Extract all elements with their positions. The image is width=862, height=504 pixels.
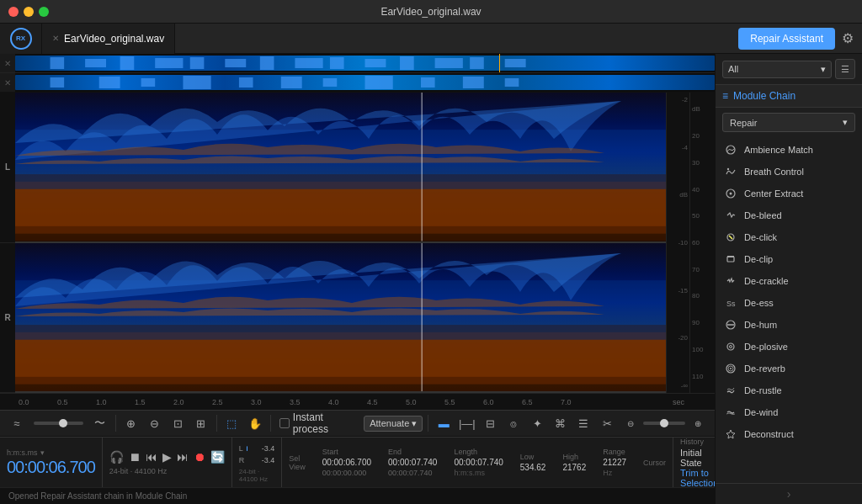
svg-rect-10 <box>365 59 386 67</box>
spectrogram-channel-l[interactable] <box>15 93 666 243</box>
settings-icon[interactable]: ⚙ <box>842 30 854 46</box>
sel-view-labels: Sel View <box>289 454 305 471</box>
module-label: De-clip <box>744 254 773 264</box>
waves-icon[interactable]: 〜 <box>90 413 110 433</box>
file-tab[interactable]: ✕ EarVideo_original.wav <box>42 24 175 54</box>
svg-rect-11 <box>400 56 414 70</box>
svg-rect-13 <box>470 57 484 69</box>
module-label: De-plosive <box>744 342 788 352</box>
view-start-val: 00:00:00.000 <box>322 469 371 477</box>
spectrogram-main[interactable] <box>15 93 666 393</box>
spectrogram-container[interactable]: L R <box>0 93 715 393</box>
svg-rect-21 <box>281 77 302 88</box>
svg-rect-2 <box>85 59 106 67</box>
panel-menu-btn[interactable]: ☰ <box>835 59 855 79</box>
module-item-center-extract[interactable]: Center Extract <box>716 183 862 204</box>
svg-rect-12 <box>435 58 463 68</box>
loop-btn[interactable]: 🔄 <box>210 450 225 464</box>
sel-col-sel-view: Sel View <box>289 454 305 471</box>
record-btn[interactable]: ⏺ <box>194 450 205 464</box>
cut-btn[interactable]: ✂ <box>597 413 617 433</box>
minimize-button[interactable] <box>24 7 34 17</box>
time-mark-15: 1.5 <box>135 398 146 406</box>
maximize-button[interactable] <box>39 7 49 17</box>
module-item-de-clip[interactable]: De-clip <box>716 248 862 270</box>
module-icon-de-click <box>724 231 737 244</box>
right-panel-footer[interactable]: › <box>716 483 862 504</box>
magic-wand-btn[interactable]: ✦ <box>527 413 547 433</box>
time-format-arrow[interactable]: ▾ <box>40 448 45 457</box>
rewind-btn[interactable]: ⏮ <box>146 450 157 464</box>
zoom-v-slider[interactable] <box>643 422 685 425</box>
history-initial[interactable]: Initial State <box>680 448 715 468</box>
overview-waveform-bottom[interactable] <box>15 73 715 92</box>
attenuate-dropdown[interactable]: Attenuate ▾ <box>364 416 423 432</box>
module-item-de-ess[interactable]: Ss De-ess <box>716 292 862 314</box>
svg-rect-24 <box>421 77 435 88</box>
module-chain-header[interactable]: ≡ Module Chain <box>716 85 862 108</box>
spectrogram-channel-r[interactable] <box>15 243 666 394</box>
lasso-btn[interactable]: ⌾ <box>503 413 524 433</box>
overview-collapse-bottom[interactable]: ✕ <box>0 73 15 92</box>
freq-select-btn[interactable]: ⊟ <box>481 413 501 433</box>
forward-btn[interactable]: ⏭ <box>177 450 189 464</box>
stop-btn[interactable]: ⏹ <box>129 450 141 464</box>
zoom-out-v-btn[interactable]: ⊖ <box>620 413 641 433</box>
zoom-h-thumb[interactable] <box>59 419 67 427</box>
overview-strip: ✕ <box>0 54 715 93</box>
hz-scale-right: dB 20 30 40 50 60 70 80 90 100 110 <box>689 93 715 393</box>
rect-select-btn[interactable]: ▬ <box>434 413 454 433</box>
repair-assistant-button[interactable]: Repair Assistant <box>738 28 835 50</box>
instant-process-checkbox[interactable] <box>279 418 290 428</box>
headphones-btn[interactable]: 🎧 <box>109 450 124 464</box>
history-title: History <box>680 438 715 446</box>
hand-tool-btn[interactable]: ✋ <box>245 413 265 433</box>
toolbar: ≈ 〜 ⊕ ⊖ ⊡ ⊞ ⬚ ✋ <box>0 410 715 437</box>
module-item-de-wind[interactable]: De-wind <box>716 401 862 423</box>
tab-close-icon[interactable]: ✕ <box>52 34 59 43</box>
module-item-de-hum[interactable]: De-hum <box>716 314 862 336</box>
zoom-v-thumb[interactable] <box>660 419 668 427</box>
module-item-de-rustle[interactable]: De-rustle <box>716 379 862 401</box>
time-mark-05: 0.5 <box>57 398 68 406</box>
svg-rect-25 <box>463 77 484 88</box>
repair-dropdown[interactable]: Repair ▾ <box>722 113 855 132</box>
module-item-ambience-match[interactable]: Ambience Match <box>716 139 862 161</box>
pencil-btn[interactable]: ⌘ <box>551 413 571 433</box>
module-item-de-plosive[interactable]: De-plosive <box>716 336 862 358</box>
all-dropdown[interactable]: All ▾ <box>722 61 832 78</box>
level-val-l: -3.4 <box>251 444 274 453</box>
module-item-deconstruct[interactable]: Deconstruct <box>716 423 862 445</box>
brush-btn[interactable]: ☰ <box>574 413 594 433</box>
select-tool-btn[interactable]: ⬚ <box>222 413 242 433</box>
zoom-h-slider[interactable] <box>34 422 83 425</box>
play-btn[interactable]: ▶ <box>162 450 172 464</box>
overview-collapse-top[interactable]: ✕ <box>0 54 15 72</box>
db-right-70: 60 <box>692 239 713 247</box>
overview-waveform-top[interactable] <box>15 54 715 72</box>
module-item-de-click[interactable]: De-click <box>716 226 862 248</box>
traffic-lights[interactable] <box>8 7 49 17</box>
zoom-fit-btn[interactable]: ⊡ <box>168 413 188 433</box>
time-mark-65: 6.5 <box>522 398 533 406</box>
module-item-de-crackle[interactable]: De-crackle <box>716 270 862 292</box>
hz-unit: Hz <box>603 469 626 477</box>
expand-icon[interactable]: › <box>787 487 791 501</box>
zoom-out-h-btn[interactable]: ⊖ <box>144 413 164 433</box>
zoom-in-h-btn[interactable]: ⊕ <box>121 413 141 433</box>
module-item-breath-control[interactable]: Breath Control <box>716 161 862 183</box>
low-val: 534.62 <box>520 463 546 472</box>
db-right-30: 20 <box>692 132 713 140</box>
module-item-de-reverb[interactable]: De-reverb <box>716 358 862 379</box>
zoom-in-v-btn[interactable]: ⊕ <box>688 413 708 433</box>
zoom-select-btn[interactable]: ⊞ <box>191 413 211 433</box>
time-select-btn[interactable]: |—| <box>457 413 477 433</box>
transport: 🎧 ⏹ ⏮ ▶ ⏭ ⏺ 🔄 24-bit · 44100 Hz <box>103 438 232 487</box>
history-trim[interactable]: Trim to Selection <box>680 468 715 488</box>
module-item-de-bleed[interactable]: De-bleed <box>716 204 862 226</box>
svg-rect-30 <box>15 189 666 226</box>
time-format: h:m:s.ms ▾ <box>7 448 95 457</box>
length-val: 00:00:07.740 <box>454 458 503 467</box>
close-button[interactable] <box>8 7 19 17</box>
waveform-view-btn[interactable]: ≈ <box>7 413 27 433</box>
